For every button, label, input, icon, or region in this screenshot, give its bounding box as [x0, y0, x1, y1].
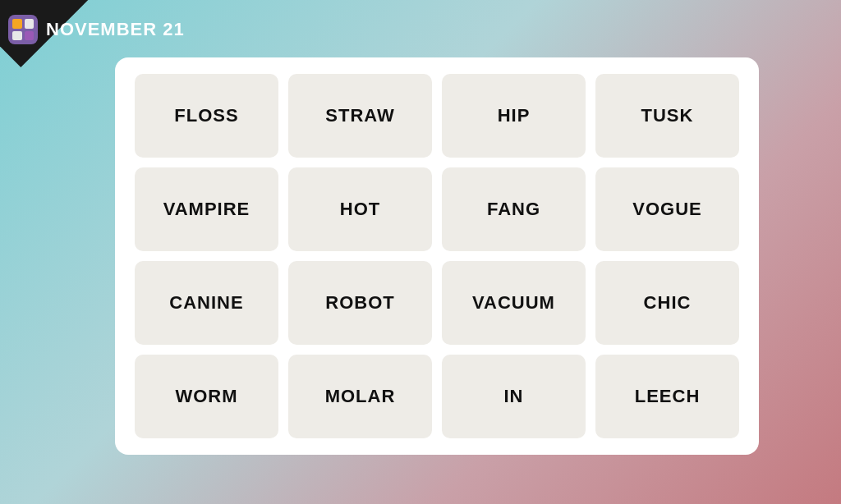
grid-row-3: CANINE ROBOT VACUUM CHIC	[135, 261, 739, 345]
tile-vampire[interactable]: VAMPIRE	[135, 167, 278, 251]
tile-in[interactable]: IN	[442, 355, 586, 438]
tile-hip[interactable]: HIP	[442, 74, 586, 158]
tile-robot[interactable]: ROBOT	[288, 261, 432, 345]
tile-leech[interactable]: LEECH	[595, 355, 739, 438]
tile-chic[interactable]: CHIC	[595, 261, 739, 345]
tile-fang[interactable]: FANG	[442, 167, 586, 251]
tile-floss[interactable]: FLOSS	[135, 74, 278, 158]
icon-cell-1	[12, 19, 22, 29]
tile-vogue[interactable]: VOGUE	[595, 167, 739, 251]
icon-cell-3	[12, 31, 22, 41]
tile-vacuum[interactable]: VACUUM	[442, 261, 586, 345]
tile-hot[interactable]: HOT	[288, 167, 432, 251]
banner-date-label: NOVEMBER 21	[46, 19, 185, 40]
grid-row-1: FLOSS STRAW HIP TUSK	[135, 74, 739, 158]
icon-cell-4	[25, 31, 34, 41]
grid-row-2: VAMPIRE HOT FANG VOGUE	[135, 167, 739, 251]
icon-cell-2	[25, 19, 34, 29]
tile-straw[interactable]: STRAW	[288, 74, 432, 158]
main-card: FLOSS STRAW HIP TUSK VAMPIRE HOT FANG VO…	[115, 57, 759, 455]
banner-wrapper: NOVEMBER 21	[8, 15, 185, 44]
tile-tusk[interactable]: TUSK	[595, 74, 739, 158]
tile-worm[interactable]: WORM	[135, 355, 278, 438]
app-icon	[8, 15, 38, 44]
tile-molar[interactable]: MOLAR	[288, 355, 432, 438]
tile-canine[interactable]: CANINE	[135, 261, 278, 345]
grid-row-4: WORM MOLAR IN LEECH	[135, 355, 739, 438]
